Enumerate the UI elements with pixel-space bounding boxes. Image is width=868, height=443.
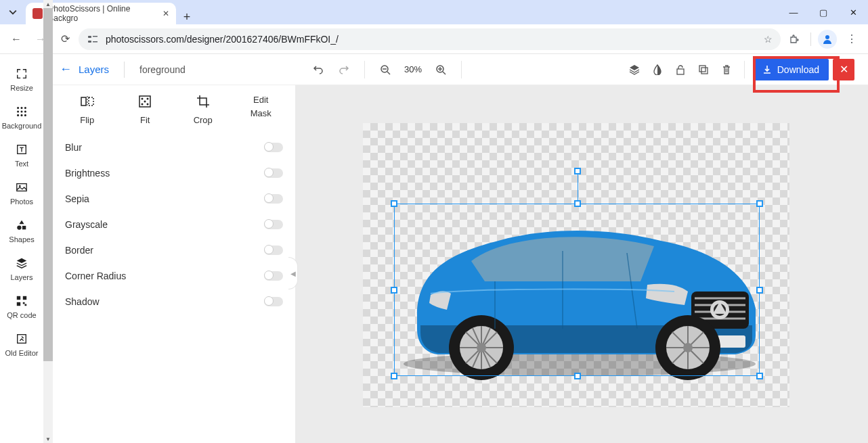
svg-rect-0: [88, 36, 91, 38]
rail-shapes[interactable]: Shapes: [0, 212, 43, 250]
svg-point-8: [17, 110, 19, 112]
site-settings-icon[interactable]: [87, 33, 99, 45]
rail-label: Text: [15, 160, 28, 168]
rail-scrollbar[interactable]: ▲ ▼: [43, 0, 53, 443]
option-grayscale[interactable]: Grayscale: [65, 212, 283, 237]
svg-point-4: [825, 35, 829, 39]
rail-label: Old Editor: [5, 349, 39, 357]
rail-label: Shapes: [9, 235, 34, 243]
svg-rect-15: [17, 184, 26, 191]
fit-tool[interactable]: Fit: [116, 95, 175, 125]
panel-collapse-handle[interactable]: ◀: [288, 257, 298, 289]
rail-old-editor[interactable]: Old Editor: [0, 326, 43, 364]
rail-qrcode[interactable]: QR code: [0, 288, 43, 326]
tabs-dropdown[interactable]: [0, 0, 26, 24]
option-label: Brightness: [65, 168, 110, 179]
toggle[interactable]: [264, 220, 283, 229]
svg-point-12: [20, 114, 22, 116]
bookmark-star-icon[interactable]: ☆: [764, 34, 773, 45]
canvas-toolbar: 30% Download ✕: [295, 54, 868, 85]
option-shadow[interactable]: Shadow: [65, 289, 283, 314]
canvas-viewport[interactable]: [295, 85, 868, 443]
duplicate-icon[interactable]: [694, 60, 713, 79]
undo-button[interactable]: [309, 60, 328, 79]
tool-label-l1: Edit: [253, 95, 268, 106]
download-button[interactable]: Download: [753, 59, 829, 80]
option-border[interactable]: Border: [65, 237, 283, 263]
svg-line-35: [387, 72, 390, 74]
reload-button[interactable]: ⟳: [54, 28, 76, 50]
close-editor-button[interactable]: ✕: [833, 59, 854, 80]
scroll-down-arrow[interactable]: ▼: [43, 435, 53, 443]
svg-rect-23: [25, 304, 27, 306]
rail-resize[interactable]: Resize: [0, 61, 43, 99]
resize-handle-ne[interactable]: [756, 200, 763, 207]
resize-handle-e[interactable]: [756, 287, 763, 294]
flip-tool[interactable]: Flip: [58, 95, 116, 125]
option-brightness[interactable]: Brightness: [65, 160, 283, 186]
opacity-icon[interactable]: [648, 60, 667, 79]
rail-label: Photos: [10, 197, 33, 206]
rail-background[interactable]: Background: [0, 99, 43, 137]
edit-mask-tool[interactable]: Edit Mask: [232, 95, 290, 125]
rail-layers[interactable]: Layers: [0, 250, 43, 288]
layers-link[interactable]: Layers: [79, 64, 109, 75]
resize-handle-s[interactable]: [574, 373, 581, 379]
option-label: Sepia: [65, 193, 89, 204]
resize-handle-se[interactable]: [756, 373, 763, 379]
crop-tool[interactable]: Crop: [174, 95, 232, 125]
toggle[interactable]: [264, 297, 283, 306]
rail-photos[interactable]: Photos: [0, 174, 43, 212]
toggle[interactable]: [264, 194, 283, 204]
redo-button[interactable]: [334, 60, 353, 79]
back-button[interactable]: ←: [5, 28, 27, 50]
minimize-button[interactable]: —: [779, 0, 808, 24]
new-tab-button[interactable]: +: [176, 10, 198, 24]
toggle[interactable]: [264, 246, 283, 255]
rail-text[interactable]: Text: [0, 137, 43, 174]
scroll-up-arrow[interactable]: ▲: [43, 0, 53, 8]
chrome-menu-icon[interactable]: ⋮: [841, 28, 863, 50]
toggle[interactable]: [264, 143, 283, 152]
app-root: Resize Background Text Photos Shapes Lay…: [0, 54, 868, 443]
option-sepia[interactable]: Sepia: [65, 186, 283, 212]
svg-point-13: [24, 114, 26, 116]
close-window-button[interactable]: ✕: [838, 0, 868, 24]
svg-line-38: [443, 72, 446, 74]
option-blur[interactable]: Blur: [65, 135, 283, 160]
tool-label: Crop: [194, 115, 213, 125]
zoom-out-button[interactable]: [376, 60, 395, 79]
scroll-thumb[interactable]: [43, 8, 53, 361]
flip-icon: [80, 95, 95, 108]
tab-close-icon[interactable]: ✕: [162, 9, 169, 18]
svg-point-9: [20, 110, 22, 112]
option-label: Border: [65, 245, 93, 256]
panel-header: ← Layers foreground: [53, 54, 295, 85]
resize-handle-nw[interactable]: [391, 200, 397, 207]
selection-box[interactable]: [394, 204, 760, 376]
svg-rect-21: [17, 302, 20, 306]
resize-handle-w[interactable]: [391, 287, 397, 294]
rotation-handle[interactable]: [574, 168, 581, 174]
svg-point-30: [147, 98, 149, 100]
maximize-button[interactable]: ▢: [808, 0, 838, 24]
address-bar[interactable]: photoscissors.com/designer/2001627406/BW…: [79, 28, 781, 50]
resize-handle-n[interactable]: [574, 200, 581, 207]
lock-icon[interactable]: [671, 60, 690, 79]
svg-rect-2: [88, 41, 91, 43]
zoom-in-button[interactable]: [431, 60, 450, 79]
back-arrow-icon[interactable]: ←: [60, 62, 72, 76]
extensions-icon[interactable]: [783, 28, 805, 50]
svg-rect-19: [17, 296, 20, 300]
resize-handle-sw[interactable]: [391, 373, 397, 379]
layers-icon[interactable]: [625, 60, 644, 79]
profile-button[interactable]: [817, 28, 838, 50]
toggle[interactable]: [264, 271, 283, 281]
svg-rect-3: [93, 41, 97, 43]
delete-icon[interactable]: [717, 60, 736, 79]
toggle[interactable]: [264, 168, 283, 178]
svg-point-6: [20, 107, 22, 109]
option-corner-radius[interactable]: Corner Radius: [65, 263, 283, 289]
tool-label: Fit: [140, 115, 150, 125]
properties-panel: ← Layers foreground Flip Fit Crop Edit M…: [53, 54, 295, 443]
